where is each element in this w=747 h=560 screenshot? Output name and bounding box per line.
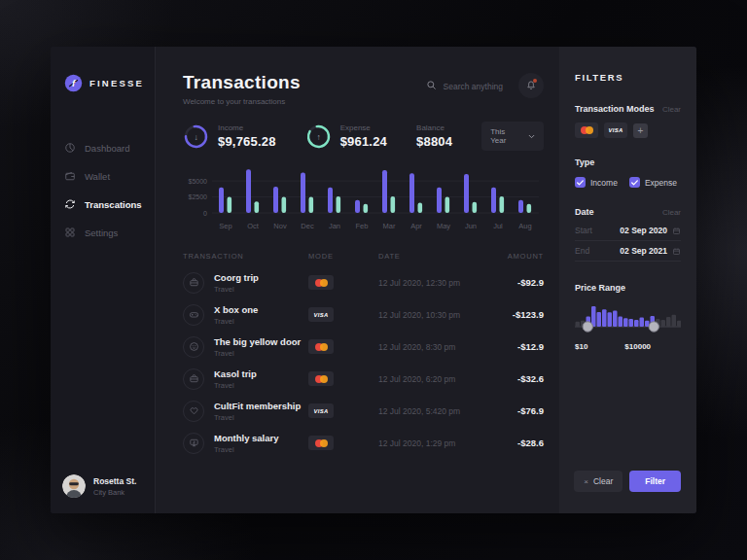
date-section: Date Clear: [575, 207, 681, 217]
svg-text:Sep: Sep: [219, 222, 231, 230]
checkbox-checked-icon: [629, 177, 640, 188]
svg-text:May: May: [437, 222, 450, 230]
transaction-name: X box one: [214, 304, 258, 315]
date-clear-link[interactable]: Clear: [662, 208, 681, 217]
table-row[interactable]: Kasol tripTravel12 Jul 2020, 6:20 pm-$32…: [183, 363, 544, 395]
transaction-cell: Coorg tripTravel: [183, 272, 308, 294]
price-min: $10: [575, 342, 587, 351]
transaction-text: Coorg tripTravel: [214, 272, 259, 294]
amount-cell: -$28.6: [487, 438, 544, 448]
transaction-text: X box oneTravel: [214, 304, 258, 326]
app-logo: f FINESSE: [51, 74, 155, 92]
sidebar-item-dashboard[interactable]: Dashboard: [51, 135, 155, 160]
date-end-label: End: [575, 246, 620, 256]
app-logo-text: FINESSE: [89, 78, 144, 88]
close-icon: ×: [584, 477, 588, 486]
clear-button-label: Clear: [593, 476, 613, 486]
mastercard-icon: [581, 126, 593, 134]
transaction-category: Travel: [214, 349, 301, 358]
column-header-amount: AMOUNT: [487, 252, 544, 261]
mastercard-badge[interactable]: [575, 122, 598, 138]
amount-cell: -$76.9: [487, 405, 544, 416]
stat-ring-icon: ↑: [305, 123, 332, 150]
transaction-text: Monthly salaryTravel: [214, 433, 279, 454]
table-row[interactable]: The big yellow doorTravel12 Jul 2020, 8:…: [183, 331, 544, 363]
calendar-icon[interactable]: [672, 247, 681, 256]
sidebar-item-wallet[interactable]: Wallet: [51, 163, 155, 189]
date-start-field[interactable]: Start 02 Sep 2020: [575, 221, 681, 241]
apply-filter-button[interactable]: Filter: [629, 471, 681, 492]
checkbox-label: Income: [590, 178, 618, 188]
transaction-category: Travel: [214, 285, 259, 294]
table-row[interactable]: X box oneTravelVISA12 Jul 2020, 10:30 pm…: [183, 298, 544, 331]
sidebar-item-label: Dashboard: [85, 143, 129, 154]
slider-handle-min[interactable]: [583, 322, 592, 332]
price-range-values: $10 $10000: [575, 342, 681, 351]
visa-badge: VISA: [308, 403, 334, 418]
visa-badge[interactable]: VISA: [604, 122, 627, 138]
chevron-down-icon: [528, 134, 535, 139]
period-selector[interactable]: This Year: [481, 122, 544, 151]
mastercard-badge: [308, 339, 334, 354]
svg-text:$5000: $5000: [189, 178, 208, 185]
gamepad-icon: [183, 304, 204, 326]
visa-icon: VISA: [608, 127, 622, 133]
mode-cell: [308, 371, 378, 386]
transactions-bar-chart: $5000$25000SepOctNovDecJanFebMarAprMayJu…: [183, 164, 544, 240]
stat-value: $961.24: [340, 134, 387, 149]
sidebar-item-label: Settings: [85, 228, 118, 238]
price-range-slider[interactable]: [575, 300, 681, 339]
clear-filters-button[interactable]: × Clear: [574, 471, 622, 492]
table-row[interactable]: CultFit membershipTravelVISA12 Jul 2020,…: [183, 395, 544, 427]
amount-cell: -$123.9: [487, 309, 544, 320]
transaction-text: CultFit membershipTravel: [214, 401, 301, 422]
sidebar-item-settings[interactable]: Settings: [51, 220, 155, 245]
visa-icon: VISA: [313, 408, 328, 414]
transaction-name: CultFit membership: [214, 401, 301, 411]
briefcase-icon: [183, 368, 204, 390]
add-mode-button[interactable]: +: [633, 123, 648, 138]
transaction-cell: Monthly salaryTravel: [183, 433, 308, 454]
checkbox-label: Expense: [645, 178, 677, 188]
transactions-table: TRANSACTIONMODEDATEAMOUNT Coorg tripTrav…: [183, 252, 544, 459]
search-icon: [426, 80, 437, 92]
svg-text:Feb: Feb: [356, 222, 369, 230]
price-range-section: Price Range: [575, 283, 681, 293]
modes-clear-link[interactable]: Clear: [662, 105, 681, 114]
sidebar-item-label: Wallet: [85, 171, 110, 182]
search-input[interactable]: Search anything: [426, 80, 503, 92]
calendar-icon[interactable]: [672, 227, 681, 235]
sidebar-item-transcations[interactable]: Transcations: [51, 192, 155, 217]
visa-icon: VISA: [313, 312, 328, 318]
table-row[interactable]: Monthly salaryTravel12 Jul 2020, 1:29 pm…: [183, 427, 544, 459]
transaction-category: Travel: [214, 445, 279, 454]
user-profile[interactable]: Rosetta St. City Bank: [51, 474, 155, 498]
stat-text: Income$9,765.28: [218, 123, 276, 149]
stats-row: ↓Income$9,765.28 ↑Expense$961.24Balance$…: [183, 122, 544, 151]
column-header-transaction: TRANSACTION: [183, 252, 308, 261]
amount-cell: -$32.6: [487, 373, 544, 384]
slider-handle-max[interactable]: [649, 322, 658, 332]
transaction-name: Monthly salary: [214, 433, 279, 443]
date-end-value: 02 Sep 2021: [620, 246, 667, 256]
transaction-text: Kasol tripTravel: [214, 368, 257, 390]
price-max: $10000: [624, 342, 651, 351]
table-row[interactable]: Coorg tripTravel12 Jul 2020, 12:30 pm-$9…: [183, 266, 544, 298]
column-header-mode: MODE: [308, 252, 378, 261]
date-end-field[interactable]: End 02 Sep 2021: [575, 241, 681, 262]
table-header: TRANSACTIONMODEDATEAMOUNT: [183, 252, 544, 266]
type-options: IncomeExpense: [575, 177, 681, 188]
checkbox-expense[interactable]: Expense: [629, 177, 677, 188]
transaction-modes-label: Transaction Modes: [575, 104, 655, 114]
mastercard-badge: [308, 436, 334, 450]
svg-text:Apr: Apr: [410, 222, 422, 230]
checkbox-income[interactable]: Income: [575, 177, 618, 188]
stat-text: Expense$961.24: [340, 123, 387, 149]
visa-badge: VISA: [308, 307, 334, 322]
notifications-button[interactable]: [518, 73, 544, 98]
transaction-cell: Kasol tripTravel: [183, 368, 308, 390]
svg-text:0: 0: [203, 210, 207, 217]
price-range-label: Price Range: [575, 283, 625, 293]
stat-label: Balance: [416, 123, 452, 132]
main-content: Transactions Welcome to your transaction…: [156, 47, 559, 513]
